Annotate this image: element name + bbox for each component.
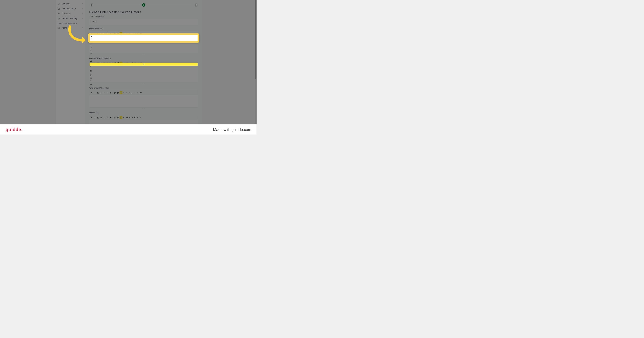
vertical-scrollbar[interactable]	[255, 0, 256, 124]
toolbar-superscript-button[interactable]: X2	[103, 91, 106, 94]
svg-point-53	[126, 117, 127, 118]
editor-body[interactable]	[89, 120, 198, 124]
toolbar-bold-button[interactable]: B	[90, 91, 93, 94]
toolbar-subscript-button[interactable]: Xx	[106, 91, 109, 94]
toolbar-link-button[interactable]	[113, 32, 116, 35]
toolbar-underline-button[interactable]: U	[90, 40, 92, 44]
toolbar-align-button[interactable]	[134, 32, 136, 35]
toolbar-bold-button[interactable]: B	[90, 32, 93, 35]
svg-rect-63	[132, 118, 133, 118]
step-3[interactable]: 3	[194, 3, 198, 7]
toolbar-ul-button[interactable]	[90, 70, 92, 72]
resize-handle[interactable]: ⋯⋯	[89, 108, 198, 109]
toolbar-code-view-button[interactable]	[140, 116, 142, 119]
language-chip-en[interactable]: ✕ En	[90, 20, 96, 23]
close-icon[interactable]: ✕	[92, 20, 93, 22]
toolbar-clear-format-button[interactable]	[109, 32, 112, 35]
step-1[interactable]: 1	[90, 3, 93, 7]
toolbar-underline-button[interactable]: U	[96, 116, 100, 119]
caret-down-icon[interactable]: ▾	[129, 92, 130, 94]
toolbar-highlight-color-button[interactable]: A	[120, 116, 122, 119]
toolbar-superscript-button[interactable]: X2	[103, 32, 106, 35]
toolbar-unlink-button[interactable]	[116, 116, 119, 119]
sidebar-item-courses[interactable]: Courses	[56, 1, 85, 6]
toolbar-link-button[interactable]	[90, 57, 92, 60]
caret-down-icon[interactable]: ▾	[137, 117, 138, 118]
scrollbar-thumb[interactable]	[255, 0, 256, 79]
caret-down-icon[interactable]: ▾	[90, 80, 91, 81]
step-2[interactable]: 2	[142, 3, 146, 7]
resize-handle[interactable]: ⋯⋯	[89, 53, 198, 55]
sidebar-item-content-library[interactable]: Content Library	[56, 6, 85, 11]
toolbar-bold-button[interactable]: B	[90, 116, 93, 119]
caret-down-icon[interactable]: ▾	[129, 33, 130, 34]
toolbar-italic-button[interactable]: I	[90, 38, 92, 40]
toolbar-link-button[interactable]	[113, 91, 116, 94]
sidebar-item-guided-learning[interactable]: Guided Learning	[56, 16, 85, 21]
chevron-right-icon	[82, 8, 83, 10]
toolbar-align-button[interactable]	[134, 91, 136, 94]
svg-point-3	[59, 13, 60, 13]
toolbar-code-view-button[interactable]	[140, 32, 142, 35]
toolbar-italic-button[interactable]: I	[93, 32, 96, 35]
toolbar-unlink-button[interactable]	[90, 60, 92, 63]
editor-block-who: Who Should Attend (en)BIUSX2XxA▾▾123▾⋯⋯	[89, 87, 198, 109]
chevron-right-icon	[82, 18, 83, 20]
languages-field: Select Languages ✕ En	[89, 16, 198, 25]
toolbar-superscript-button[interactable]: X2	[103, 116, 106, 119]
toolbar-subscript-button[interactable]: Xx	[106, 116, 109, 119]
toolbar-underline-button[interactable]: U	[96, 32, 100, 35]
toolbar-superscript-button[interactable]: X2	[90, 46, 92, 49]
editor-body[interactable]	[89, 95, 198, 107]
toolbar-underline-button[interactable]: U	[96, 91, 100, 94]
resize-handle[interactable]: ⋯⋯	[89, 83, 198, 84]
caret-down-icon[interactable]: ▾	[129, 117, 130, 118]
toolbar-unlink-button[interactable]	[116, 32, 119, 35]
caret-down-icon[interactable]: ▾	[137, 92, 138, 94]
step-connector	[97, 5, 140, 5]
toolbar-align-button[interactable]	[134, 116, 136, 119]
toolbar-highlight-color-button[interactable]: A	[120, 91, 122, 94]
toolbar-bold-button[interactable]: B	[90, 35, 92, 38]
toolbar-italic-button[interactable]: I	[93, 116, 96, 119]
toolbar-unlink-button[interactable]	[116, 91, 119, 94]
toolbar-align-button[interactable]	[90, 77, 92, 80]
toolbar-clear-format-button[interactable]	[109, 91, 112, 94]
caret-down-icon[interactable]: ▾	[122, 33, 124, 34]
toolbar-highlight-color-button[interactable]: A	[90, 63, 198, 66]
sidebar-item-admin[interactable]: Admin	[56, 26, 85, 30]
toolbar-ol-button[interactable]: 123	[130, 116, 133, 119]
toolbar-ul-button[interactable]	[126, 32, 128, 35]
toolbar-strike-button[interactable]: S	[100, 32, 102, 35]
toolbar-subscript-button[interactable]: Xx	[90, 49, 92, 52]
caret-down-icon[interactable]: ▾	[90, 66, 91, 67]
toolbar-clear-format-button[interactable]	[109, 116, 112, 119]
toolbar-ul-button[interactable]	[126, 91, 128, 94]
editor-body[interactable]	[89, 66, 198, 82]
toolbar-ol-button[interactable]: 123	[130, 32, 133, 35]
toolbar-ol-button[interactable]: 123	[130, 91, 133, 94]
toolbar-ol-button[interactable]: 123	[90, 74, 92, 77]
toolbar-subscript-button[interactable]: Xx	[106, 32, 109, 35]
languages-input[interactable]: ✕ En	[89, 19, 198, 25]
footer-bar: guidde. Made with guidde.com	[0, 124, 257, 135]
toolbar-strike-button[interactable]: S	[100, 91, 102, 94]
svg-text:3: 3	[90, 76, 90, 76]
caret-down-icon[interactable]: ▾	[122, 117, 124, 118]
toolbar-italic-button[interactable]: I	[93, 91, 96, 94]
caret-down-icon[interactable]: ▾	[90, 72, 91, 74]
caret-down-icon[interactable]: ▾	[122, 92, 124, 94]
caret-down-icon[interactable]: ▾	[137, 33, 138, 34]
field-label: Select Languages	[89, 16, 198, 18]
toolbar-clear-format-button[interactable]	[90, 52, 92, 55]
step-circle: 1	[90, 3, 93, 7]
toolbar-strike-button[interactable]: S	[100, 116, 102, 119]
toolbar-ul-button[interactable]	[126, 116, 128, 119]
toolbar-code-view-button[interactable]	[140, 91, 142, 94]
toolbar-strike-button[interactable]: S	[90, 43, 92, 46]
sidebar-item-pathways[interactable]: Pathways	[56, 11, 85, 16]
toolbar-highlight-color-button[interactable]: A	[120, 32, 122, 35]
made-with-label: Made with guidde.com	[213, 127, 251, 132]
toolbar-link-button[interactable]	[113, 116, 116, 119]
toolbar-code-view-button[interactable]	[90, 84, 92, 86]
